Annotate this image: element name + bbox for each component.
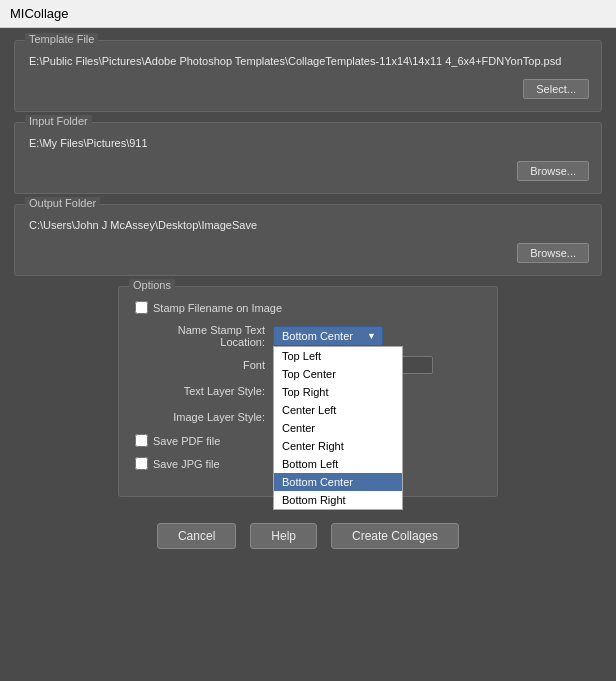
save-pdf-checkbox[interactable] bbox=[135, 434, 148, 447]
name-stamp-row: Name Stamp Text Location: Bottom Center … bbox=[135, 324, 481, 348]
image-layer-style-label: Image Layer Style: bbox=[135, 411, 265, 423]
dropdown-selected-value[interactable]: Bottom Center ▼ bbox=[273, 326, 383, 346]
help-button[interactable]: Help bbox=[250, 523, 317, 549]
bottom-bar: Cancel Help Create Collages bbox=[0, 513, 616, 559]
output-folder-label: Output Folder bbox=[25, 197, 100, 209]
output-folder-section: Output Folder C:\Users\John J McAssey\De… bbox=[14, 204, 602, 276]
template-file-button-row: Select... bbox=[27, 79, 589, 99]
input-folder-section: Input Folder E:\My Files\Pictures\911 Br… bbox=[14, 122, 602, 194]
output-folder-path: C:\Users\John J McAssey\Desktop\ImageSav… bbox=[27, 215, 589, 235]
dropdown-item[interactable]: Top Left bbox=[274, 347, 402, 365]
stamp-filename-row: Stamp Filename on Image bbox=[135, 301, 481, 314]
options-section: Options Stamp Filename on Image Name Sta… bbox=[118, 286, 498, 497]
input-folder-path: E:\My Files\Pictures\911 bbox=[27, 133, 589, 153]
dropdown-item[interactable]: Top Right bbox=[274, 383, 402, 401]
select-button[interactable]: Select... bbox=[523, 79, 589, 99]
input-browse-button[interactable]: Browse... bbox=[517, 161, 589, 181]
dropdown-item[interactable]: Center Left bbox=[274, 401, 402, 419]
output-folder-button-row: Browse... bbox=[27, 243, 589, 263]
title-bar: MICollage bbox=[0, 0, 616, 28]
input-folder-button-row: Browse... bbox=[27, 161, 589, 181]
stamp-filename-label[interactable]: Stamp Filename on Image bbox=[135, 301, 282, 314]
dropdown-item[interactable]: Top Center bbox=[274, 365, 402, 383]
main-content: Template File E:\Public Files\Pictures\A… bbox=[0, 28, 616, 509]
name-stamp-dropdown[interactable]: Bottom Center ▼ Top LeftTop CenterTop Ri… bbox=[273, 326, 383, 346]
template-file-section: Template File E:\Public Files\Pictures\A… bbox=[14, 40, 602, 112]
save-jpg-checkbox[interactable] bbox=[135, 457, 148, 470]
dropdown-item[interactable]: Center Right bbox=[274, 437, 402, 455]
dropdown-item[interactable]: Bottom Left bbox=[274, 455, 402, 473]
template-file-path: E:\Public Files\Pictures\Adobe Photoshop… bbox=[27, 51, 589, 71]
save-pdf-label[interactable]: Save PDF file bbox=[135, 434, 220, 447]
name-stamp-label: Name Stamp Text Location: bbox=[135, 324, 265, 348]
save-jpg-label[interactable]: Save JPG file bbox=[135, 457, 220, 470]
options-label: Options bbox=[129, 279, 175, 291]
dropdown-list[interactable]: Top LeftTop CenterTop RightCenter LeftCe… bbox=[273, 346, 403, 510]
dropdown-item[interactable]: Center bbox=[274, 419, 402, 437]
stamp-filename-checkbox[interactable] bbox=[135, 301, 148, 314]
output-browse-button[interactable]: Browse... bbox=[517, 243, 589, 263]
app-title: MICollage bbox=[10, 6, 69, 21]
options-outer: Options Stamp Filename on Image Name Sta… bbox=[14, 286, 602, 497]
dropdown-arrow-icon: ▼ bbox=[367, 331, 376, 341]
font-label: Font bbox=[135, 359, 265, 371]
text-layer-style-label: Text Layer Style: bbox=[135, 385, 265, 397]
template-file-label: Template File bbox=[25, 33, 98, 45]
dropdown-item[interactable]: Bottom Right bbox=[274, 491, 402, 509]
input-folder-label: Input Folder bbox=[25, 115, 92, 127]
create-collages-button[interactable]: Create Collages bbox=[331, 523, 459, 549]
dropdown-item[interactable]: Bottom Center bbox=[274, 473, 402, 491]
cancel-button[interactable]: Cancel bbox=[157, 523, 236, 549]
